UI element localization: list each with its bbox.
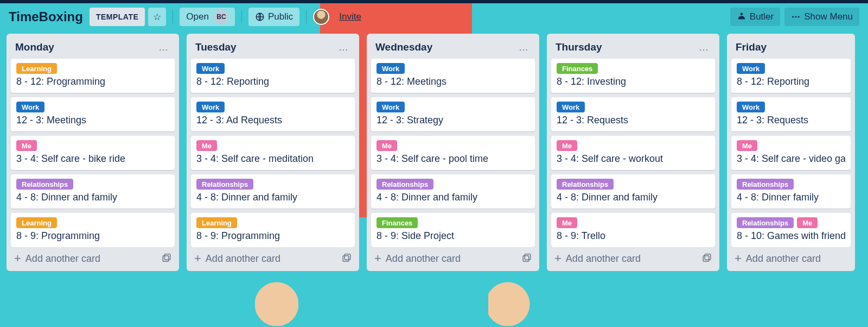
add-card-button[interactable]: +Add another card (194, 253, 280, 265)
card[interactable]: Learning8 - 9: Programming (11, 213, 175, 247)
butler-button[interactable]: Butler (730, 8, 780, 26)
card[interactable]: Relationships4 - 8: Dinner and family (371, 174, 535, 209)
card-labels: Relationships (196, 179, 349, 190)
label-relationships[interactable]: Relationships (196, 179, 253, 190)
card[interactable]: Relationships4 - 8: Dinner family (731, 174, 851, 209)
card[interactable]: Finances8 - 12: Investing (551, 59, 715, 93)
card[interactable]: Work8 - 12: Reporting (191, 59, 355, 93)
star-icon: ☆ (153, 11, 161, 23)
card-title: 12 - 3: Meetings (16, 115, 169, 126)
card[interactable]: Finances8 - 9: Side Project (371, 213, 535, 247)
plus-icon: + (735, 253, 742, 265)
label-finances[interactable]: Finances (376, 217, 418, 228)
template-badge[interactable]: TEMPLATE (90, 8, 145, 26)
card-template-icon[interactable] (702, 254, 712, 263)
list-title[interactable]: Tuesday (195, 41, 237, 53)
list-footer: +Add another card (11, 247, 175, 268)
add-card-button[interactable]: +Add another card (554, 253, 641, 265)
label-work[interactable]: Work (196, 63, 225, 74)
board-canvas[interactable]: Monday…Learning8 - 12: ProgrammingWork12… (0, 30, 868, 327)
label-work[interactable]: Work (196, 102, 225, 112)
visibility-button[interactable]: Public (248, 8, 299, 26)
invite-button[interactable]: Invite (333, 8, 368, 26)
label-me[interactable]: Me (16, 140, 37, 151)
card-template-icon[interactable] (522, 254, 532, 263)
add-card-button[interactable]: +Add another card (14, 253, 100, 265)
card-title: 12 - 3: Ad Requests (196, 115, 349, 126)
card-title: 3 - 4: Self care - video games (737, 153, 845, 165)
card-list: Work8 - 12: ReportingWork12 - 3: Request… (731, 59, 851, 247)
card[interactable]: Work12 - 3: Requests (551, 97, 715, 131)
invite-label: Invite (339, 11, 361, 22)
label-learning[interactable]: Learning (16, 217, 57, 228)
label-work[interactable]: Work (737, 63, 765, 74)
card[interactable]: Work12 - 3: Strategy (371, 97, 535, 131)
label-relationships[interactable]: Relationships (376, 179, 433, 190)
card-labels: Me (16, 140, 169, 151)
label-work[interactable]: Work (376, 63, 405, 74)
label-relationships[interactable]: Relationships (16, 179, 73, 190)
label-relationships[interactable]: Relationships (737, 179, 794, 190)
list-menu-button[interactable]: … (697, 42, 711, 53)
card[interactable]: Work12 - 3: Requests (731, 97, 851, 131)
card[interactable]: Work8 - 12: Reporting (731, 59, 851, 93)
label-work[interactable]: Work (557, 102, 585, 112)
list-title[interactable]: Monday (15, 41, 54, 53)
label-relationships[interactable]: Relationships (557, 179, 614, 190)
star-button[interactable]: ☆ (148, 8, 166, 26)
label-work[interactable]: Work (737, 102, 765, 112)
card[interactable]: RelationshipsMe8 - 10: Games with friend… (731, 213, 851, 247)
list-menu-button[interactable]: … (156, 42, 170, 53)
card-labels: Me (557, 140, 710, 151)
label-work[interactable]: Work (16, 102, 44, 112)
card[interactable]: Work12 - 3: Ad Requests (191, 97, 355, 131)
label-me[interactable]: Me (376, 140, 397, 151)
label-me[interactable]: Me (557, 140, 577, 151)
card[interactable]: Learning8 - 12: Programming (11, 59, 175, 93)
add-card-label: Add another card (746, 253, 821, 265)
card-labels: Learning (16, 217, 169, 228)
board-name[interactable]: TimeBoxing (9, 9, 83, 24)
card-template-icon[interactable] (162, 254, 171, 263)
label-me[interactable]: Me (737, 140, 757, 151)
label-relationships[interactable]: Relationships (737, 217, 794, 228)
svg-rect-5 (164, 254, 170, 260)
card[interactable]: Work12 - 3: Meetings (11, 97, 175, 131)
label-me[interactable]: Me (797, 217, 818, 228)
label-finances[interactable]: Finances (557, 63, 598, 74)
card[interactable]: Relationships4 - 8: Dinner and family (11, 174, 175, 209)
list-menu-button[interactable]: … (516, 42, 531, 53)
add-card-label: Add another card (566, 253, 641, 265)
card-labels: Me (557, 217, 710, 228)
card[interactable]: Me3 - 4: Self care - meditation (191, 136, 355, 170)
list-title[interactable]: Friday (736, 41, 767, 53)
svg-rect-6 (343, 256, 349, 262)
card[interactable]: Relationships4 - 8: Dinner and family (191, 174, 355, 209)
card-labels: Relationships (737, 179, 845, 190)
label-me[interactable]: Me (557, 217, 577, 228)
card[interactable]: Me8 - 9: Trello (551, 213, 715, 247)
label-learning[interactable]: Learning (196, 217, 237, 228)
card-title: 8 - 12: Investing (557, 76, 710, 87)
card-template-icon[interactable] (342, 254, 352, 263)
list-title[interactable]: Thursday (556, 41, 602, 53)
label-work[interactable]: Work (376, 102, 405, 112)
card[interactable]: Learning8 - 9: Programming (191, 213, 355, 247)
show-menu-button[interactable]: Show Menu (784, 8, 859, 26)
workspace-button[interactable]: Open BC (180, 8, 235, 26)
avatar[interactable] (313, 9, 329, 25)
card[interactable]: Me3 - 4: Self care - pool time (371, 136, 535, 170)
label-learning[interactable]: Learning (16, 63, 57, 74)
add-card-button[interactable]: +Add another card (374, 253, 461, 265)
list-title[interactable]: Wednesday (375, 41, 432, 53)
card[interactable]: Me3 - 4: Self care - workout (551, 136, 715, 170)
card[interactable]: Relationships4 - 8: Dinner and family (551, 174, 715, 209)
label-me[interactable]: Me (196, 140, 217, 151)
butler-label: Butler (750, 11, 774, 22)
list-menu-button[interactable]: … (336, 42, 350, 53)
card[interactable]: Me3 - 4: Self care - video games (731, 136, 851, 170)
card[interactable]: Me3 - 4: Self care - bike ride (11, 136, 175, 170)
svg-point-3 (798, 16, 800, 18)
add-card-button[interactable]: +Add another card (735, 253, 821, 265)
card[interactable]: Work8 - 12: Meetings (371, 59, 535, 93)
